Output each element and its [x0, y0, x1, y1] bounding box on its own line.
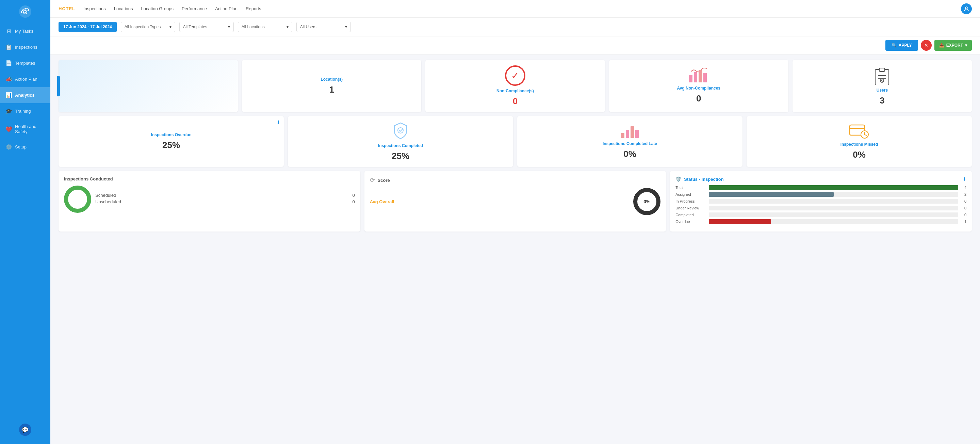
- dashboard: Location(s) 1 ✓ Non-Compliance(s) 0: [50, 54, 980, 444]
- status-shield-icon: 🛡️: [675, 176, 681, 182]
- conducted-value-1: 0: [352, 199, 355, 204]
- svg-rect-7: [703, 73, 707, 82]
- stat-value-overdue: 25%: [162, 140, 180, 150]
- conducted-label-1: Unscheduled: [95, 199, 121, 204]
- topnav-reports[interactable]: Reports: [246, 5, 261, 13]
- status-bar-row: Completed 0: [675, 212, 966, 217]
- apply-button[interactable]: 🔍 APPLY: [885, 40, 918, 51]
- inspection-types-label: All Inspection Types: [124, 24, 161, 29]
- flag-icon: 📣: [5, 76, 12, 82]
- status-bar-row: Under Review 0: [675, 206, 966, 211]
- user-avatar[interactable]: [961, 3, 972, 14]
- filter-bar: 17 Jun 2024 - 17 Jul 2024 All Inspection…: [50, 18, 980, 37]
- brand-label: HOTEL: [59, 6, 75, 11]
- svg-rect-6: [698, 70, 702, 82]
- locations-label: All Locations: [242, 24, 265, 29]
- status-bar-val: 0: [961, 213, 966, 217]
- status-bar-label: In Progress: [675, 199, 706, 203]
- topnav-performance[interactable]: Performance: [182, 5, 207, 13]
- status-bar-val: 4: [961, 185, 966, 190]
- sidebar-logo: [0, 0, 50, 23]
- circle-check-icon: ✓: [505, 65, 525, 86]
- score-value: 0%: [643, 199, 650, 204]
- stat-card-locations: Location(s) 1: [242, 60, 421, 112]
- panel-inspections-conducted: Inspections Conducted Scheduled 0 Unsche…: [59, 171, 360, 232]
- sidebar-item-setup[interactable]: ⚙️ Setup: [0, 139, 50, 155]
- status-bar-fill: [709, 219, 771, 224]
- svg-rect-18: [635, 130, 639, 138]
- stat-card-avg-noncompliances: Avg Non-Compliances 0: [609, 60, 788, 112]
- inspection-types-filter[interactable]: All Inspection Types ▾: [121, 22, 175, 32]
- topnav-action-plan[interactable]: Action Plan: [215, 5, 237, 13]
- locations-filter[interactable]: All Locations ▾: [238, 22, 292, 32]
- reset-button[interactable]: ✕: [921, 40, 932, 51]
- svg-rect-5: [694, 72, 697, 82]
- status-bar-bg: [709, 219, 958, 224]
- sidebar-item-templates[interactable]: 📄 Templates: [0, 55, 50, 71]
- action-bar: 🔍 APPLY ✕ 📤 EXPORT ▾: [50, 37, 980, 54]
- users-filter[interactable]: All Users ▾: [296, 22, 351, 32]
- download-icon[interactable]: ⬇: [276, 120, 280, 125]
- status-bar-fill: [709, 192, 833, 197]
- export-icon: 📤: [939, 43, 944, 48]
- stat-title-avg: Avg Non-Compliances: [677, 86, 721, 91]
- status-bar-label: Overdue: [675, 220, 706, 224]
- status-title-row: 🛡️ Status - Inspection ⬇: [675, 176, 966, 182]
- stat-title-users: Users: [877, 88, 888, 93]
- svg-rect-4: [689, 75, 692, 82]
- svg-rect-9: [879, 68, 885, 72]
- status-bar-row: In Progress 0: [675, 199, 966, 204]
- templates-filter[interactable]: All Templates ▾: [179, 22, 234, 32]
- svg-point-2: [24, 11, 26, 13]
- sidebar-item-action-plan[interactable]: 📣 Action Plan: [0, 71, 50, 87]
- health-icon: ❤️: [5, 126, 12, 133]
- topnav-location-groups[interactable]: Location Groups: [141, 5, 173, 13]
- status-bar-row: Overdue 1: [675, 219, 966, 224]
- sidebar-item-label: Templates: [15, 61, 35, 66]
- topnav-locations[interactable]: Locations: [114, 5, 133, 13]
- stat-card-missed: Inspections Missed 0%: [746, 116, 972, 167]
- sidebar-item-training[interactable]: 🎓 Training: [0, 103, 50, 119]
- panel-status: 🛡️ Status - Inspection ⬇ Total 4 Assigne…: [670, 171, 972, 232]
- status-bar-bg: [709, 192, 958, 197]
- search-icon: 🔍: [891, 43, 897, 48]
- stat-title-missed: Inspections Missed: [840, 142, 878, 147]
- panel-title-conducted: Inspections Conducted: [64, 176, 355, 182]
- sidebar-item-label: Training: [15, 109, 30, 114]
- export-button[interactable]: 📤 EXPORT ▾: [934, 40, 972, 51]
- inspect-icon: 📋: [5, 44, 12, 50]
- status-bar-val: 0: [961, 199, 966, 203]
- sidebar-item-my-tasks[interactable]: ⊞ My Tasks: [0, 23, 50, 39]
- stat-value-completed-late: 0%: [624, 149, 636, 159]
- stat-card-inspections-overdue: ⬇ Inspections Overdue 25%: [59, 116, 284, 167]
- panel-title-score: Score: [378, 178, 390, 183]
- topnav-inspections[interactable]: Inspections: [83, 5, 106, 13]
- chart-icon: 📊: [5, 92, 12, 98]
- sidebar-item-analytics[interactable]: 📊 Analytics: [0, 87, 50, 103]
- conducted-stat-scheduled: Scheduled 0: [95, 193, 355, 198]
- templates-label: All Templates: [183, 24, 207, 29]
- sidebar-chat-button[interactable]: 💬: [0, 415, 50, 444]
- training-icon: 🎓: [5, 108, 12, 114]
- sidebar-item-health-safety[interactable]: ❤️ Health and Safety: [0, 119, 50, 139]
- status-bar-bg: [709, 212, 958, 217]
- date-range-badge[interactable]: 17 Jun 2024 - 17 Jul 2024: [59, 22, 117, 32]
- conducted-row: Scheduled 0 Unscheduled 0: [64, 185, 355, 213]
- status-download-icon[interactable]: ⬇: [962, 176, 966, 182]
- stat-title-completed-late: Inspections Completed Late: [603, 141, 657, 146]
- sidebar-item-label: Analytics: [15, 93, 35, 98]
- shield-check-icon: [392, 121, 409, 141]
- chat-icon[interactable]: 💬: [19, 423, 31, 436]
- stat-title-noncompliances: Non-Compliance(s): [496, 88, 534, 93]
- stat-value-locations: 1: [329, 85, 334, 95]
- status-bar-label: Completed: [675, 213, 706, 217]
- status-bar-row: Total 4: [675, 185, 966, 190]
- status-bar-val: 1: [961, 220, 966, 224]
- conducted-stat-unscheduled: Unscheduled 0: [95, 199, 355, 204]
- clipboard-icon: [873, 66, 891, 85]
- status-bar-fill: [709, 185, 958, 190]
- stat-value-missed: 0%: [853, 150, 865, 160]
- sidebar-item-inspections[interactable]: 📋 Inspections: [0, 39, 50, 55]
- stat-title-locations: Location(s): [321, 77, 343, 82]
- status-bar-label: Total: [675, 185, 706, 190]
